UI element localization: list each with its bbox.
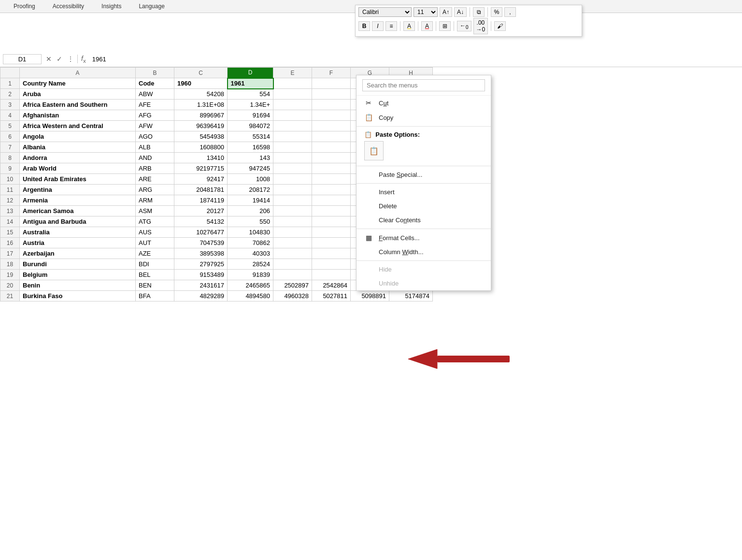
formula-confirm-icon[interactable]: ✓ xyxy=(55,55,64,63)
cell-F6[interactable] xyxy=(312,131,351,142)
cell-F13[interactable] xyxy=(312,206,351,216)
cell-C1[interactable]: 1960 xyxy=(174,78,228,89)
cell-C6[interactable]: 5454938 xyxy=(174,131,228,142)
cell-E16[interactable] xyxy=(273,238,312,248)
formula-cancel-icon[interactable]: ✕ xyxy=(44,55,53,63)
row-header-13[interactable]: 13 xyxy=(0,206,20,216)
context-menu-cut[interactable]: ✂ Cut xyxy=(357,96,491,110)
cell-F14[interactable] xyxy=(312,216,351,227)
row-header-8[interactable]: 8 xyxy=(0,153,20,163)
cell-B15[interactable]: AUS xyxy=(136,227,174,238)
cell-F21[interactable]: 5027811 xyxy=(312,291,351,302)
row-header-14[interactable]: 14 xyxy=(0,216,20,227)
cell-B10[interactable]: ARE xyxy=(136,174,174,185)
cell-D2[interactable]: 554 xyxy=(228,89,273,100)
cell-E19[interactable] xyxy=(273,270,312,280)
cell-F16[interactable] xyxy=(312,238,351,248)
cell-B6[interactable]: AGO xyxy=(136,131,174,142)
col-header-F[interactable]: F xyxy=(312,68,351,78)
cell-E14[interactable] xyxy=(273,216,312,227)
cell-D14[interactable]: 550 xyxy=(228,216,273,227)
cell-B19[interactable]: BEL xyxy=(136,270,174,280)
cell-B14[interactable]: ATG xyxy=(136,216,174,227)
border-btn[interactable]: ⊞ xyxy=(439,21,451,31)
cell-C16[interactable]: 7047539 xyxy=(174,238,228,248)
font-select[interactable]: Calibri xyxy=(358,7,412,17)
cell-B7[interactable]: ALB xyxy=(136,142,174,153)
cell-C21[interactable]: 4829289 xyxy=(174,291,228,302)
cell-E18[interactable] xyxy=(273,259,312,270)
cell-A14[interactable]: Antigua and Barbuda xyxy=(20,216,136,227)
row-header-7[interactable]: 7 xyxy=(0,142,20,153)
cell-C19[interactable]: 9153489 xyxy=(174,270,228,280)
cell-E17[interactable] xyxy=(273,248,312,259)
cell-C11[interactable]: 20481781 xyxy=(174,185,228,195)
context-menu-copy[interactable]: 📋 Copy xyxy=(357,110,491,125)
cell-D16[interactable]: 70862 xyxy=(228,238,273,248)
cell-F11[interactable] xyxy=(312,185,351,195)
cell-A8[interactable]: Andorra xyxy=(20,153,136,163)
cell-A12[interactable]: Armenia xyxy=(20,195,136,206)
cell-C4[interactable]: 8996967 xyxy=(174,110,228,121)
cell-C14[interactable]: 54132 xyxy=(174,216,228,227)
copy-format-btn[interactable]: ⧉ xyxy=(473,7,485,17)
cell-A20[interactable]: Benin xyxy=(20,280,136,291)
cell-D7[interactable]: 16598 xyxy=(228,142,273,153)
cell-A17[interactable]: Azerbaijan xyxy=(20,248,136,259)
arrow-left-btn[interactable]: ←0 xyxy=(457,21,471,31)
cell-B4[interactable]: AFG xyxy=(136,110,174,121)
cell-C2[interactable]: 54208 xyxy=(174,89,228,100)
col-header-C[interactable]: C xyxy=(174,68,228,78)
cell-D8[interactable]: 143 xyxy=(228,153,273,163)
cell-F20[interactable]: 2542864 xyxy=(312,280,351,291)
cell-C13[interactable]: 20127 xyxy=(174,206,228,216)
row-header-15[interactable]: 15 xyxy=(0,227,20,238)
cell-C7[interactable]: 1608800 xyxy=(174,142,228,153)
context-menu-search-input[interactable] xyxy=(362,79,485,91)
cell-D10[interactable]: 1008 xyxy=(228,174,273,185)
align-btn[interactable]: ≡ xyxy=(385,21,397,31)
cell-A18[interactable]: Burundi xyxy=(20,259,136,270)
row-header-19[interactable]: 19 xyxy=(0,270,20,280)
cell-B2[interactable]: ABW xyxy=(136,89,174,100)
cell-D1[interactable]: 1961 xyxy=(228,78,273,89)
cell-F1[interactable] xyxy=(312,78,351,89)
cell-B8[interactable]: AND xyxy=(136,153,174,163)
cell-F4[interactable] xyxy=(312,110,351,121)
cell-F2[interactable] xyxy=(312,89,351,100)
cell-E5[interactable] xyxy=(273,121,312,131)
context-menu-column-width[interactable]: Column Width... xyxy=(357,245,491,259)
cell-B17[interactable]: AZE xyxy=(136,248,174,259)
cell-E6[interactable] xyxy=(273,131,312,142)
row-header-20[interactable]: 20 xyxy=(0,280,20,291)
context-menu-paste-special[interactable]: Paste Special... xyxy=(357,168,491,182)
decrease-font-btn[interactable]: A↓ xyxy=(454,7,467,17)
cell-F12[interactable] xyxy=(312,195,351,206)
cell-D15[interactable]: 104830 xyxy=(228,227,273,238)
row-header-21[interactable]: 21 xyxy=(0,291,20,302)
cell-A6[interactable]: Angola xyxy=(20,131,136,142)
cell-C15[interactable]: 10276477 xyxy=(174,227,228,238)
cell-C8[interactable]: 13410 xyxy=(174,153,228,163)
context-menu-delete[interactable]: Delete xyxy=(357,199,491,213)
italic-btn[interactable]: I xyxy=(372,21,384,31)
cell-B1[interactable]: Code xyxy=(136,78,174,89)
cell-G21[interactable]: 5098891 xyxy=(351,291,389,302)
cell-A21[interactable]: Burkina Faso xyxy=(20,291,136,302)
increase-font-btn[interactable]: A↑ xyxy=(440,7,452,17)
cell-B5[interactable]: AFW xyxy=(136,121,174,131)
cell-E8[interactable] xyxy=(273,153,312,163)
tab-accessibility[interactable]: Accessibility xyxy=(44,0,93,13)
cell-E7[interactable] xyxy=(273,142,312,153)
cell-ref-input[interactable]: D1 xyxy=(3,54,42,64)
row-header-12[interactable]: 12 xyxy=(0,195,20,206)
dec-btn[interactable]: .00→0 xyxy=(473,18,488,34)
cell-D18[interactable]: 28524 xyxy=(228,259,273,270)
row-header-9[interactable]: 9 xyxy=(0,163,20,174)
cell-A19[interactable]: Belgium xyxy=(20,270,136,280)
row-header-18[interactable]: 18 xyxy=(0,259,20,270)
col-header-D[interactable]: D xyxy=(228,68,273,78)
cell-C20[interactable]: 2431617 xyxy=(174,280,228,291)
cell-E21[interactable]: 4960328 xyxy=(273,291,312,302)
cell-D12[interactable]: 19414 xyxy=(228,195,273,206)
